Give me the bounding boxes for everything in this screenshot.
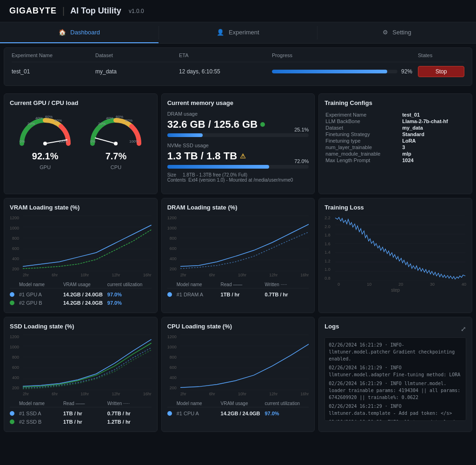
ssd-legend: Model nameRead ——Written ····· #1 SSD A … [10, 400, 152, 426]
gpu-label: GPU [40, 164, 51, 170]
gpu-value: 92.1% [32, 151, 59, 162]
nav-dashboard[interactable]: 🏠 Dashboard [0, 22, 159, 43]
gpu-cpu-title: Current GPU / CPU load [10, 99, 152, 106]
svg-text:60%: 60% [116, 115, 123, 119]
vram-svg-wrap [23, 216, 152, 273]
config-key: Experiment Name [325, 112, 401, 118]
loss-x-axis-label: step [324, 288, 466, 293]
dram-section: DRAM usage 32.6 GB / 125.6 GB 25.1% [167, 111, 309, 137]
svg-text:40%: 40% [35, 116, 43, 120]
dram-bar: 25.1% [167, 133, 309, 137]
third-row: SSD Loading state (%) 120010008006004002… [0, 317, 476, 436]
nvme-value: 1.3 TB / 1.8 TB ⚠ [167, 150, 309, 162]
stop-button[interactable]: Stop [418, 66, 464, 77]
vram-chart-row: 12001000800600400200 [10, 216, 152, 273]
log-entry: 02/26/2024 16:21:29 · INFO- llmtuner.mod… [329, 341, 462, 362]
logs-content: 02/26/2024 16:21:29 · INFO- llmtuner.mod… [324, 337, 466, 421]
dram-chart-row: 12001000800600400200 [167, 216, 309, 273]
col-dataset: Dataset [95, 52, 179, 58]
nav-setting-label: Setting [392, 29, 411, 36]
cpu-legend-header: Model nameVRAM usagecurrent utilization [167, 400, 309, 407]
dram-y-labels: 12001000800600400200 [167, 216, 178, 271]
config-val: 1024 [402, 157, 465, 163]
progress-bar-fill [272, 70, 387, 73]
svg-text:100%: 100% [129, 139, 139, 144]
cpu-svg [180, 334, 309, 390]
svg-text:60%: 60% [45, 115, 53, 119]
col-eta: ETA [179, 52, 272, 58]
cpu-svg-wrap [180, 334, 309, 392]
ssd-svg-wrap [23, 334, 152, 392]
loss-y-labels: 2.22.01.81.61.41.21.00.8 [324, 216, 332, 281]
expand-icon[interactable]: ⤢ [461, 325, 466, 333]
second-row: VRAM Loading state (%) 12001000800600400… [0, 198, 476, 317]
svg-text:0%: 0% [90, 139, 96, 144]
nav-experiment-label: Experiment [229, 29, 259, 36]
nav-setting[interactable]: ⚙ Setting [317, 22, 476, 43]
config-key: name_module_trainable [325, 151, 401, 157]
vram-legend-row-2: #2 GPU B 14.2GB / 24.0GB 97.0% [10, 299, 152, 307]
config-row: Max Length Prompt1024 [325, 157, 465, 163]
loss-svg-wrap [334, 216, 466, 282]
dram-dot-1 [167, 292, 172, 297]
config-row: LLM BackBoneLlama-2-7b-chat-hf [325, 118, 465, 124]
cpu-gauge: 0% 100% 20% 80% 40% 60% 7.7% CPU [86, 111, 146, 170]
log-entry: 02/26/2024 16:21:29 · INFO llmtuner.data… [329, 403, 462, 417]
cpu-dot-1 [167, 411, 172, 416]
nvme-size: Size 1.8TB - 1.3TB free (72.0% Full) [167, 172, 309, 177]
training-configs-panel: Training Configs Experiment Nametest_01L… [318, 93, 472, 194]
brand-logo: GIGABYTE [9, 6, 57, 16]
nvme-pct: 72.0% [294, 158, 309, 164]
col-progress: Progress [272, 52, 418, 58]
vram-legend-row-1: #1 GPU A 14.2GB / 24.0GB 97.0% [10, 290, 152, 299]
ssd-chart-panel: SSD Loading state (%) 120010008006004002… [4, 317, 158, 432]
vram-chart-title: VRAM Loading state (%) [10, 204, 152, 211]
nvme-bar: 72.0% [167, 165, 309, 169]
logs-panel: Logs ⤢ 02/26/2024 16:21:29 · INFO- llmtu… [318, 317, 472, 432]
vram-svg [23, 216, 152, 271]
dram-svg-wrap [180, 216, 309, 273]
col-states: States [418, 52, 464, 58]
logs-header: Logs ⤢ [324, 323, 466, 334]
svg-text:80%: 80% [54, 118, 62, 123]
memory-title: Current memory usage [167, 99, 309, 106]
ssd-chart-title: SSD Loading state (%) [10, 323, 152, 330]
svg-text:80%: 80% [125, 118, 132, 123]
svg-text:20%: 20% [27, 122, 35, 126]
nvme-label: NVMe SSD usage [167, 143, 309, 148]
dram-pct: 25.1% [294, 127, 309, 132]
cpu-x-labels: 2hr6hr10hr12hr16hr [180, 392, 309, 396]
col-exp-name: Experiment Name [12, 52, 95, 58]
exp-progress-wrap: 92% [272, 68, 418, 75]
dram-value: 32.6 GB / 125.6 GB [167, 118, 309, 131]
nav-bar: 🏠 Dashboard 👤 Experiment ⚙ Setting [0, 22, 476, 44]
config-val: Standard [402, 131, 465, 137]
training-configs-title: Training Configs [324, 99, 466, 106]
cpu-legend-row-1: #1 CPU A 14.2GB / 24.0GB 97.0% [167, 409, 309, 418]
nvme-section: NVMe SSD usage 1.3 TB / 1.8 TB ⚠ 72.0% S… [167, 143, 309, 183]
memory-panel: Current memory usage DRAM usage 32.6 GB … [161, 93, 315, 194]
dram-ok-icon [260, 122, 265, 127]
config-key: num_layer_trainable [325, 144, 401, 150]
header: GIGABYTE | AI Top Utility v1.0.0 [0, 0, 476, 22]
config-row: Finetuning StrategyStandard [325, 131, 465, 137]
app-version: v1.0.0 [129, 8, 144, 14]
nav-experiment[interactable]: 👤 Experiment [159, 22, 317, 43]
ssd-x-labels: 2hr6hr10hr12hr16hr [23, 392, 152, 396]
ssd-dot-2 [10, 419, 14, 424]
progress-bar [272, 70, 397, 73]
exp-dataset-value: my_data [95, 68, 179, 75]
config-row: name_module_trainablemlp [325, 151, 465, 157]
config-row: num_layer_trainable3 [325, 144, 465, 150]
svg-text:20%: 20% [98, 122, 106, 126]
dram-label: DRAM usage [167, 111, 309, 117]
config-table: Experiment Nametest_01LLM BackBoneLlama-… [324, 111, 466, 164]
training-loss-title: Training Loss [324, 204, 466, 211]
config-val: LoRA [402, 138, 465, 144]
vram-legend-header: Model nameVRAM usagecurrent utilization [10, 281, 152, 288]
cpu-legend: Model nameVRAM usagecurrent utilization … [167, 400, 309, 418]
gear-icon: ⚙ [383, 29, 388, 36]
warning-icon: ⚠ [240, 152, 246, 160]
dram-legend-header: Model nameRead ——Written ····· [167, 281, 309, 288]
cpu-gauge-svg: 0% 100% 20% 80% 40% 60% [86, 111, 146, 148]
